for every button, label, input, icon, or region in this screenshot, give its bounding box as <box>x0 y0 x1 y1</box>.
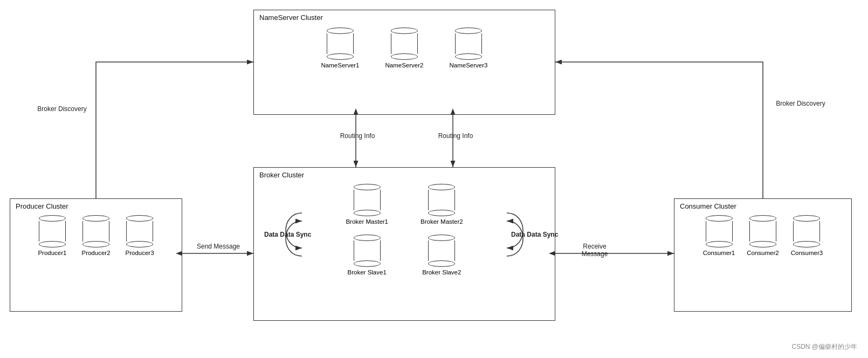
nameserver1-label: NameServer1 <box>321 62 360 68</box>
producer-cluster-title: Producer Cluster <box>16 202 68 210</box>
nameserver2-icon: NameServer2 <box>385 27 424 68</box>
producer2-label: Producer2 <box>81 250 110 256</box>
nameserver-cluster-title: NameServer Cluster <box>259 13 323 22</box>
broker-slave1-icon: Broker Slave1 <box>348 235 387 276</box>
nameserver1-icon: NameServer1 <box>321 27 360 68</box>
broker-master2-label: Broker Master2 <box>421 218 463 225</box>
watermark: CSDN @偏僻村的少年 <box>791 342 857 352</box>
producer1-icon: Producer1 <box>38 215 66 256</box>
consumer1-label: Consumer1 <box>703 250 735 256</box>
consumer1-icon: Consumer1 <box>703 215 735 256</box>
nameserver2-label: NameServer2 <box>385 62 424 68</box>
producer-cluster: Producer Cluster Producer1 Producer2 Pro… <box>10 198 182 312</box>
broker-cluster: Broker Cluster Broker Master1 Broker Sla… <box>253 167 555 321</box>
broker-master2-icon: Broker Master2 <box>421 184 463 225</box>
consumer-cluster-title: Consumer Cluster <box>680 202 736 210</box>
consumer3-label: Consumer3 <box>791 250 823 256</box>
nameserver3-icon: NameServer3 <box>449 27 487 68</box>
send-message-label: Send Message <box>194 243 243 250</box>
broker-slave1-label: Broker Slave1 <box>348 269 387 276</box>
consumer3-icon: Consumer3 <box>791 215 823 256</box>
consumer2-label: Consumer2 <box>747 250 779 256</box>
broker-discovery-left-arrow <box>96 62 253 198</box>
producer3-icon: Producer3 <box>126 215 154 256</box>
broker-slave2-icon: Broker Slave2 <box>422 235 461 276</box>
broker-slave2-label: Broker Slave2 <box>422 269 461 276</box>
broker-master1-icon: Broker Master1 <box>346 184 388 225</box>
producer3-label: Producer3 <box>126 250 154 256</box>
consumer2-icon: Consumer2 <box>747 215 779 256</box>
broker-discovery-left-label: Broker Discovery <box>32 105 92 113</box>
receive-message-label: Receive Message <box>570 243 619 258</box>
nameserver3-label: NameServer3 <box>449 62 487 68</box>
producer2-icon: Producer2 <box>81 215 110 256</box>
data-sync-left-label: Data Data Sync <box>264 231 311 238</box>
routing-info-right-label: Routing Info <box>431 132 480 140</box>
diagram-container: NameServer Cluster NameServer1 NameServe… <box>0 0 868 358</box>
routing-info-left-label: Routing Info <box>333 132 382 140</box>
nameserver-cluster: NameServer Cluster NameServer1 NameServe… <box>253 10 555 115</box>
broker-cluster-title: Broker Cluster <box>259 171 304 179</box>
broker-discovery-right-label: Broker Discovery <box>771 100 830 107</box>
consumer-cluster: Consumer Cluster Consumer1 Consumer2 Con… <box>674 198 852 312</box>
producer1-label: Producer1 <box>38 250 66 256</box>
broker-master1-label: Broker Master1 <box>346 218 388 225</box>
data-sync-right-label: Data Data Sync <box>511 231 558 238</box>
broker-discovery-right-arrow <box>555 62 763 198</box>
